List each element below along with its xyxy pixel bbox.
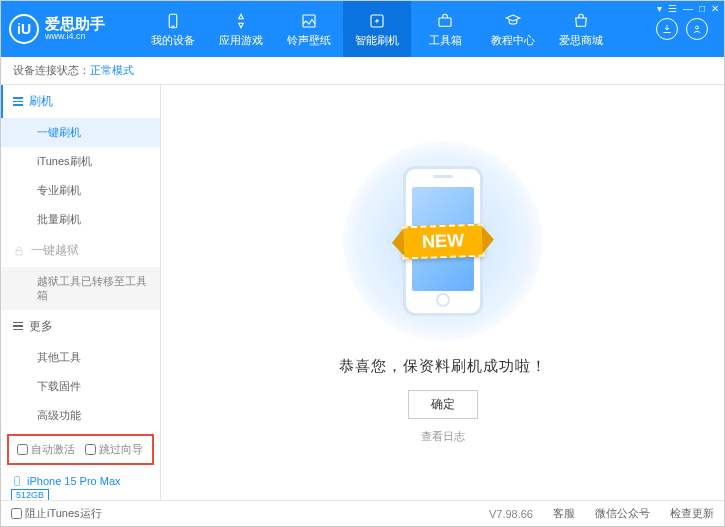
phone-icon — [11, 475, 23, 487]
new-ribbon: NEW — [401, 223, 484, 259]
device-storage: 512GB — [11, 489, 49, 500]
success-message: 恭喜您，保资料刷机成功啦！ — [339, 357, 547, 376]
svg-rect-6 — [16, 250, 22, 255]
device-info[interactable]: iPhone 15 Pro Max 512GB iPhone — [1, 469, 160, 500]
nav-apps-games[interactable]: 应用游戏 — [207, 1, 275, 57]
success-illustration: NEW — [343, 141, 543, 341]
footer-link-wechat[interactable]: 微信公众号 — [595, 506, 650, 521]
sidebar-item-advanced[interactable]: 高级功能 — [1, 401, 160, 430]
sidebar-group-jailbreak: 一键越狱 — [1, 234, 160, 267]
status-bar: 设备连接状态： 正常模式 — [1, 57, 724, 85]
footer-link-update[interactable]: 检查更新 — [670, 506, 714, 521]
title-bar: iU 爱思助手 www.i4.cn 我的设备 应用游戏 铃声壁纸 智能刷机 — [1, 1, 724, 57]
minimize-button[interactable]: — — [683, 3, 693, 14]
svg-rect-7 — [15, 476, 20, 485]
footer: 阻止iTunes运行 V7.98.66 客服 微信公众号 检查更新 — [1, 500, 724, 526]
app-title: 爱思助手 — [45, 16, 105, 33]
app-url: www.i4.cn — [45, 32, 105, 42]
close-button[interactable]: ✕ — [711, 3, 719, 14]
logo-icon: iU — [9, 14, 39, 44]
nav-tutorials[interactable]: 教程中心 — [479, 1, 547, 57]
tray-button[interactable]: ☰ — [668, 3, 677, 14]
block-itunes-checkbox[interactable]: 阻止iTunes运行 — [11, 506, 102, 521]
view-log-link[interactable]: 查看日志 — [421, 429, 465, 444]
menu-button[interactable]: ▾ — [657, 3, 662, 14]
nav-ringtone-wallpaper[interactable]: 铃声壁纸 — [275, 1, 343, 57]
menu-icon — [13, 322, 23, 331]
menu-icon — [13, 97, 23, 106]
sidebar-item-pro-flash[interactable]: 专业刷机 — [1, 176, 160, 205]
maximize-button[interactable]: □ — [699, 3, 705, 14]
user-button[interactable] — [686, 18, 708, 40]
app-logo: iU 爱思助手 www.i4.cn — [9, 14, 139, 44]
sidebar-group-more[interactable]: 更多 — [1, 310, 160, 343]
device-name: iPhone 15 Pro Max — [27, 475, 121, 487]
tutorial-icon — [503, 11, 523, 31]
sidebar-group-flash[interactable]: 刷机 — [1, 85, 160, 118]
main-content: NEW 恭喜您，保资料刷机成功啦！ 确定 查看日志 — [161, 85, 724, 500]
flash-icon — [367, 11, 387, 31]
ok-button[interactable]: 确定 — [408, 390, 478, 419]
sidebar-item-other-tools[interactable]: 其他工具 — [1, 343, 160, 372]
status-value: 正常模式 — [90, 63, 134, 78]
status-label: 设备连接状态： — [13, 63, 90, 78]
lock-icon — [13, 245, 25, 257]
store-icon — [571, 11, 591, 31]
svg-rect-4 — [439, 18, 451, 26]
apps-icon — [231, 11, 251, 31]
nav-my-device[interactable]: 我的设备 — [139, 1, 207, 57]
skip-guide-checkbox[interactable]: 跳过向导 — [85, 442, 143, 457]
nav-store[interactable]: 爱思商城 — [547, 1, 615, 57]
sidebar-item-itunes-flash[interactable]: iTunes刷机 — [1, 147, 160, 176]
top-nav: 我的设备 应用游戏 铃声壁纸 智能刷机 工具箱 教程中心 — [139, 1, 656, 57]
device-icon — [163, 11, 183, 31]
footer-link-support[interactable]: 客服 — [553, 506, 575, 521]
sidebar-item-download-firmware[interactable]: 下载固件 — [1, 372, 160, 401]
window-controls: ▾ ☰ — □ ✕ — [657, 3, 719, 14]
auto-activate-checkbox[interactable]: 自动激活 — [17, 442, 75, 457]
sidebar-item-oneclick-flash[interactable]: 一键刷机 — [1, 118, 160, 147]
jailbreak-note: 越狱工具已转移至工具箱 — [1, 267, 160, 310]
wallpaper-icon — [299, 11, 319, 31]
sidebar: 刷机 一键刷机 iTunes刷机 专业刷机 批量刷机 一键越狱 越狱工具已转移至… — [1, 85, 161, 500]
sidebar-item-batch-flash[interactable]: 批量刷机 — [1, 205, 160, 234]
svg-point-5 — [696, 26, 699, 29]
toolbox-icon — [435, 11, 455, 31]
nav-toolbox[interactable]: 工具箱 — [411, 1, 479, 57]
nav-smart-flash[interactable]: 智能刷机 — [343, 1, 411, 57]
version-label: V7.98.66 — [489, 508, 533, 520]
download-button[interactable] — [656, 18, 678, 40]
option-checkboxes: 自动激活 跳过向导 — [7, 434, 154, 465]
